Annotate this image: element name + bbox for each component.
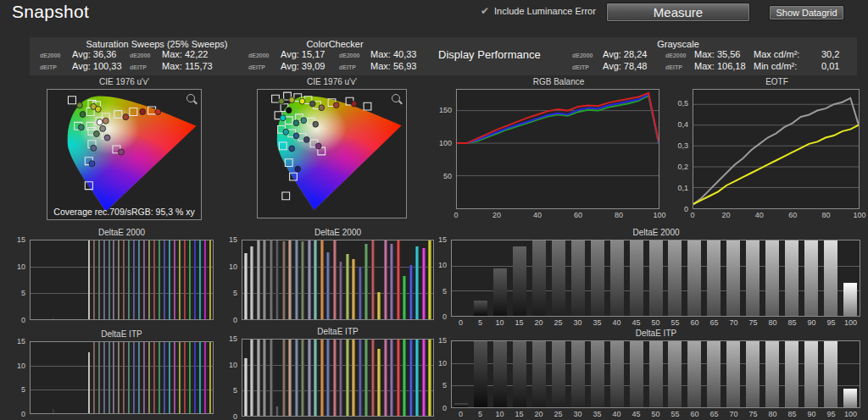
x-tick-label: 70 [724,318,743,329]
y-tick-label: 0 [442,404,447,412]
bar-slot [665,341,685,407]
bar-slot [382,340,389,416]
bar-slot [338,240,345,319]
y-axis: 0,50,40,30,20,10 [669,89,691,209]
bar [371,340,375,416]
bar-slot [402,340,409,416]
bar [199,240,201,319]
bar [610,240,624,316]
bar [359,340,362,416]
bar-slot [646,240,665,316]
x-tick-label: 20 [529,410,548,420]
bar-slot [331,240,338,319]
x-tick-label: 35 [587,410,607,420]
bar [415,340,419,416]
x-tick-label: 90 [802,318,821,329]
bar-slot [389,340,396,416]
bar [746,341,760,407]
cie-diagram-2: CIE 1976 u'v' [257,77,407,218]
bar [184,342,186,413]
bar [687,341,701,407]
checkbox-check-icon[interactable]: ✔ [481,6,489,16]
bar [199,342,201,413]
bar [98,240,100,319]
bar [194,240,196,319]
bar-slot [249,340,256,416]
y-tick-label: 10 [229,361,237,369]
min-cd-label: Min cd/m²: [754,61,797,71]
y-tick-label: 0,2 [677,163,688,171]
x-tick-label: 0 [453,211,458,219]
x-tick-label: 90 [802,410,821,420]
y-tick-label: 10 [438,261,447,269]
de2000-label: dE2000 [572,52,593,58]
max-cd-label: Max cd/m²: [754,49,799,59]
bar [184,240,186,319]
bar [148,342,150,413]
bar [153,240,155,319]
bar [552,341,565,407]
magnifier-icon[interactable] [392,94,400,102]
bar-slot [626,341,646,407]
deltaeitp-grayscale-plot [451,340,860,408]
measure-button[interactable]: Measure [606,3,750,22]
top-bar: Snapshot ✔ Include Luminance Error Measu… [0,0,868,30]
bar [415,246,419,319]
y-tick-label: 5 [21,289,25,297]
show-datagrid-button[interactable]: Show Datagrid [769,5,844,20]
de2000-label: dE2000 [40,52,61,58]
bar [493,341,507,407]
x-tick-label: 15 [509,410,529,420]
bar [159,342,160,413]
bar-slot [549,240,569,316]
bar [333,340,337,416]
deltae2000-colorchecker-plot [242,240,434,320]
bar-slot [395,340,402,416]
sat-deitp-max: Max: 115,73 [162,61,213,71]
y-tick-label: 0,5 [677,99,688,108]
bar [422,248,426,319]
bar-slot [821,240,840,316]
chart-title: CIE 1976 u'v' [257,77,407,88]
gs-deitp-max: Max: 106,18 [694,61,746,71]
x-tick-label: 40 [533,211,542,219]
bar [282,340,286,416]
bar [189,240,191,319]
bar [333,240,337,319]
bar [123,240,125,319]
deltae2000-sweeps-plot [30,240,214,320]
magnifier-icon[interactable] [186,94,195,102]
chart-title: DeltaE ITP [30,329,214,340]
bar-slot [313,340,320,416]
bar [532,341,546,407]
bar-slot [389,240,396,319]
include-luminance-checkbox[interactable]: ✔ Include Luminance Error [481,6,596,16]
bar-slot [840,341,860,407]
y-tick-label: 5 [442,287,447,296]
bar-slot [306,240,313,319]
bar [403,340,406,416]
bar [148,240,150,319]
bars [31,240,213,319]
bar-slot [587,240,607,316]
bar-slot [568,341,587,407]
bar [169,240,170,319]
bar [364,244,368,319]
bar [209,240,211,319]
bar-slot [626,240,646,316]
x-tick-label: 100 [853,211,865,219]
bar-slot [306,340,313,416]
bar [263,340,266,416]
checkbox-label: Include Luminance Error [494,6,596,16]
bar-slot [452,341,471,407]
x-tick-label: 95 [821,410,841,420]
dp-de2000-avg: Avg: 28,24 [603,49,647,59]
bar-slot [685,341,704,407]
bar-slot [704,240,724,316]
bar [138,240,140,319]
bars [242,340,433,416]
bar-slot [408,340,415,416]
y-tick-label: 5 [233,386,237,395]
bar [301,340,304,416]
bar [765,240,779,316]
